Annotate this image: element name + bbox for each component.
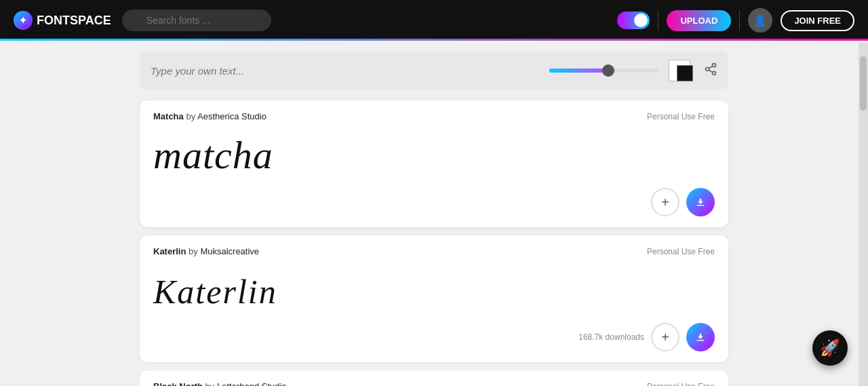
font-card-footer: 168.7k downloads +: [153, 323, 715, 351]
font-preview: matcha: [153, 127, 715, 182]
toggle-knob: [634, 14, 648, 27]
font-card-header: Katerlin by Muksalcreative Personal Use …: [153, 246, 715, 256]
logo[interactable]: ✦ FONTSPACE: [14, 11, 111, 30]
svg-point-2: [713, 71, 716, 75]
nav-divider2: [739, 10, 740, 31]
add-to-collection-button[interactable]: +: [651, 188, 679, 216]
font-size-slider[interactable]: [549, 69, 658, 73]
avatar[interactable]: 👤: [748, 8, 772, 33]
font-card-blacknorth: Black North by Letterhend Studio Persona…: [140, 370, 728, 386]
font-toolbar: [140, 52, 728, 90]
scrollbar-thumb[interactable]: [860, 56, 867, 111]
main-content: Matcha by Aestherica Studio Personal Use…: [129, 41, 739, 386]
font-license: Personal Use Free: [647, 112, 715, 121]
font-card-matcha: Matcha by Aestherica Studio Personal Use…: [140, 100, 728, 227]
font-card-header: Black North by Letterhend Studio Persona…: [153, 381, 715, 386]
font-license: Personal Use Free: [647, 247, 715, 256]
font-preview: Katerlin: [153, 262, 715, 317]
color-picker[interactable]: [669, 58, 693, 83]
rocket-fab-button[interactable]: 🚀: [812, 330, 848, 366]
download-count: 168.7k downloads: [578, 332, 644, 342]
download-button[interactable]: [686, 188, 715, 216]
font-title: Black North by Letterhend Studio: [153, 381, 287, 386]
color-swatch-black: [677, 65, 693, 81]
font-card-katerlin: Katerlin by Muksalcreative Personal Use …: [140, 235, 728, 362]
search-input[interactable]: [122, 9, 271, 31]
share-button[interactable]: [704, 62, 717, 79]
preview-text-input[interactable]: [151, 65, 538, 77]
font-list: Matcha by Aestherica Studio Personal Use…: [140, 100, 728, 386]
font-title: Katerlin by Muksalcreative: [153, 246, 259, 256]
font-card-footer: +: [153, 188, 715, 216]
upload-button[interactable]: UPLOAD: [667, 10, 731, 31]
katerlin-preview-text: Katerlin: [153, 273, 277, 311]
scrollbar[interactable]: [859, 43, 868, 386]
logo-text: FONTSPACE: [37, 14, 111, 28]
font-title: Matcha by Aestherica Studio: [153, 111, 267, 121]
svg-line-3: [709, 70, 713, 72]
add-to-collection-button[interactable]: +: [651, 323, 679, 351]
svg-point-1: [706, 67, 709, 71]
logo-icon: ✦: [14, 11, 33, 30]
svg-line-4: [709, 66, 713, 68]
dark-mode-toggle[interactable]: [617, 12, 650, 29]
svg-rect-5: [697, 205, 705, 206]
matcha-preview-text: matcha: [153, 133, 273, 177]
svg-point-0: [713, 63, 716, 66]
rocket-icon: 🚀: [820, 339, 840, 358]
search-container: 🔍: [122, 9, 271, 31]
nav-divider: [658, 10, 658, 31]
font-license: Personal Use Free: [647, 382, 715, 387]
download-button[interactable]: [686, 323, 715, 351]
navbar: ✦ FONTSPACE 🔍 UPLOAD 👤 JOIN FREE: [0, 0, 868, 41]
font-card-header: Matcha by Aestherica Studio Personal Use…: [153, 111, 715, 121]
size-slider-container: [549, 69, 658, 73]
svg-rect-6: [697, 340, 705, 341]
join-button[interactable]: JOIN FREE: [781, 10, 854, 31]
navbar-right: UPLOAD 👤 JOIN FREE: [617, 8, 854, 33]
